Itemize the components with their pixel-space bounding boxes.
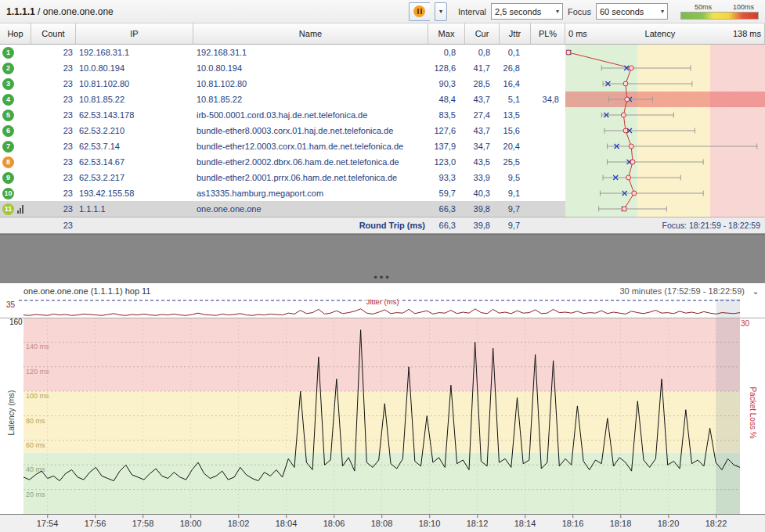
jitter-strip: 35 Jitter (ms) (0, 299, 765, 318)
chevron-down-icon: ▾ (661, 8, 664, 15)
pane-splitter[interactable]: ••• (0, 234, 765, 283)
name-cell: 10.81.85.22 (193, 92, 428, 107)
column-header-count[interactable]: Count (31, 23, 76, 44)
jitter-cell: 20,4 (500, 138, 531, 154)
column-header-ip[interactable]: IP (76, 23, 193, 44)
count-cell: 23 (31, 107, 76, 123)
packetloss-axis-title: Packet Loss % (749, 382, 757, 444)
time-tick-label: 18:08 (371, 519, 393, 528)
hop-row-3[interactable]: 32310.81.102.8010.81.102.8090,328,516,4 (0, 76, 765, 92)
hop-cell: 9 (0, 170, 31, 185)
name-cell: bundle-ether8.0003.corx.01.haj.de.net.te… (193, 123, 428, 138)
hop-row-7[interactable]: 72362.53.7.14bundle-ether12.0003.corx.01… (0, 138, 765, 154)
cur-cell: 28,5 (465, 76, 500, 92)
jitter-cell: 16,4 (500, 76, 531, 92)
svg-text:140 ms: 140 ms (26, 343, 49, 350)
packetloss-cell (531, 138, 565, 154)
name-cell: as13335.hamburg.megaport.com (193, 185, 428, 201)
latency-graph-cell (565, 201, 765, 217)
timeline-collapse-button[interactable]: ⌄ (749, 287, 762, 296)
latency-graph-cell (565, 107, 765, 123)
ip-cell: 10.0.80.194 (76, 60, 193, 76)
time-tick-label: 18:00 (180, 519, 202, 528)
roundtrip-count: 23 (31, 217, 76, 233)
latency-timeline-chart[interactable]: 140 ms120 ms100 ms80 ms60 ms40 ms20 ms 1… (0, 318, 765, 514)
pause-menu-arrow[interactable]: ▾ (435, 2, 447, 21)
jitter-cell: 0,1 (500, 45, 531, 60)
cur-cell: 0,8 (465, 45, 500, 60)
roundtrip-jttr: 9,7 (500, 217, 531, 233)
max-cell: 128,6 (428, 60, 465, 76)
hop-row-2[interactable]: 22310.0.80.19410.0.80.194128,641,726,8 (0, 60, 765, 76)
svg-text:20 ms: 20 ms (26, 491, 45, 498)
cur-cell: 41,7 (465, 60, 500, 76)
hop-badge: 8 (2, 156, 14, 168)
latency-graph-cell (565, 138, 765, 154)
svg-text:80 ms: 80 ms (26, 417, 45, 425)
jitter-cell: 13,5 (500, 107, 531, 123)
packetloss-cell (531, 201, 565, 217)
jitter-cell: 9,5 (500, 170, 531, 185)
count-cell: 23 (31, 201, 76, 217)
target-title: 1.1.1.1 / one.one.one.one (6, 6, 404, 17)
latency-axis-max: 138 ms (733, 29, 761, 38)
timeline-range-label: 30 minutes (17:52:59 - 18:22:59) (619, 286, 749, 296)
chevron-down-icon: ▾ (439, 8, 442, 15)
column-header-latency[interactable]: 0 ms Latency 138 ms (565, 23, 765, 44)
interval-value: 2,5 seconds (495, 7, 541, 16)
count-cell: 23 (31, 76, 76, 92)
column-header-cur[interactable]: Cur (465, 23, 500, 44)
max-cell: 127,6 (428, 123, 465, 138)
max-cell: 83,5 (428, 107, 465, 123)
hop-cell: 5 (0, 107, 31, 123)
cur-cell: 40,3 (465, 185, 500, 201)
column-header-jttr[interactable]: Jttr (500, 23, 531, 44)
jitter-cell: 9,1 (500, 185, 531, 201)
toolbar: 1.1.1.1 / one.one.one.one ▾ Interval 2,5… (0, 0, 765, 23)
hop-row-5[interactable]: 52362.53.143.178irb-500.0001.cord.03.haj… (0, 107, 765, 123)
ip-cell: 10.81.102.80 (76, 76, 193, 92)
column-header-name[interactable]: Name (193, 23, 428, 44)
focus-range-label: Focus: 18:21:59 - 18:22:59 (565, 217, 765, 233)
roundtrip-cur: 39,8 (465, 217, 500, 233)
latency-gradient-bar (680, 12, 759, 20)
max-cell: 93,3 (428, 170, 465, 185)
latency-axis-title: Latency (ms) (7, 382, 16, 444)
hop-badge: 3 (2, 78, 14, 90)
name-cell: bundle-ether2.0002.dbrx.06.ham.de.net.te… (193, 154, 428, 170)
hop-badge: 2 (2, 63, 14, 74)
hop-row-9[interactable]: 92362.53.2.217bundle-ether2.0001.prrx.06… (0, 170, 765, 185)
time-tick-label: 18:10 (419, 519, 441, 528)
interval-select[interactable]: 2,5 seconds ▾ (491, 3, 563, 20)
jitter-plot-label: Jitter (ms) (363, 297, 401, 306)
max-cell: 66,3 (428, 201, 465, 217)
hop-cell: 8 (0, 154, 31, 170)
hop-row-10[interactable]: 1023193.42.155.58as13335.hamburg.megapor… (0, 185, 765, 201)
svg-text:40 ms: 40 ms (26, 466, 45, 473)
splitter-handle-icon[interactable]: ••• (373, 273, 392, 283)
hop-row-8[interactable]: 82362.53.14.67bundle-ether2.0002.dbrx.06… (0, 154, 765, 170)
pause-button[interactable] (409, 2, 430, 21)
target-hostname: / one.one.one.one (35, 6, 114, 17)
hop-cell: 1 (0, 45, 31, 60)
focus-select[interactable]: 60 seconds ▾ (596, 3, 668, 20)
column-header-pl[interactable]: PL% (531, 23, 565, 44)
ip-cell: 62.53.2.217 (76, 170, 193, 185)
hop-row-6[interactable]: 62362.53.2.210bundle-ether8.0003.corx.01… (0, 123, 765, 138)
time-tick-label: 18:12 (467, 519, 489, 528)
packetloss-cell (531, 45, 565, 60)
svg-text:120 ms: 120 ms (26, 368, 49, 376)
column-header-max[interactable]: Max (428, 23, 465, 44)
name-cell: irb-500.0001.cord.03.haj.de.net.telefoni… (193, 107, 428, 123)
hop-row-1[interactable]: 123192.168.31.1192.168.31.10,80,80,1 (0, 45, 765, 60)
cur-cell: 39,8 (465, 201, 500, 217)
ip-cell: 62.53.14.67 (76, 154, 193, 170)
column-header-hop[interactable]: Hop (0, 23, 31, 44)
hop-badge: 4 (2, 94, 14, 106)
hop-row-11[interactable]: 11231.1.1.1one.one.one.one66,339,89,7 (0, 201, 765, 217)
time-tick-label: 18:16 (562, 519, 584, 528)
hop-cell: 7 (0, 138, 31, 154)
hop-row-4[interactable]: 42310.81.85.2210.81.85.2248,443,75,134,8 (0, 92, 765, 107)
hop-cell: 2 (0, 60, 31, 76)
graphed-indicator-icon (17, 205, 23, 214)
